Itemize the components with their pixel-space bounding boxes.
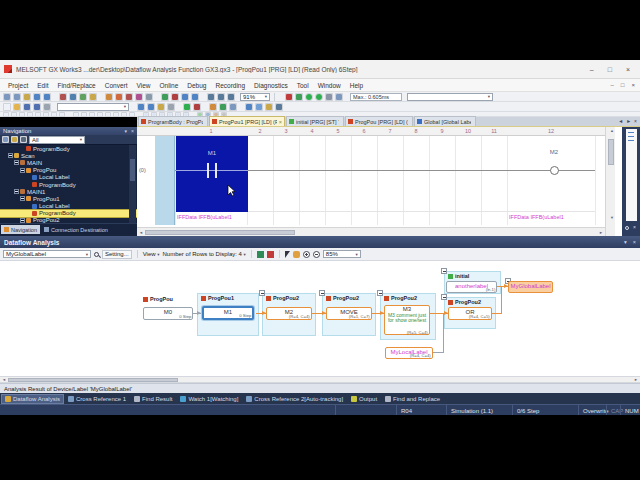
- view-menu-button[interactable]: View ▾: [143, 251, 160, 257]
- pan-mode-icon[interactable]: [293, 251, 300, 258]
- panel-menu-icon[interactable]: ▾: [624, 239, 627, 245]
- mdi-close-icon[interactable]: ×: [631, 82, 635, 88]
- filter-icon[interactable]: [11, 136, 18, 143]
- ladder-vscrollbar[interactable]: ▲ ▼: [605, 127, 615, 236]
- tab-progpou1[interactable]: ProgPou1 [PRG] [LD] (Read Onl... ×: [209, 116, 285, 126]
- zoom-out-icon[interactable]: [313, 251, 320, 258]
- copy-icon[interactable]: [13, 93, 21, 101]
- print-icon[interactable]: [43, 103, 51, 111]
- horizontal-line-icon[interactable]: [73, 112, 79, 117]
- falling-pulse-icon[interactable]: [59, 112, 65, 117]
- tree-scrollbar[interactable]: [129, 145, 136, 223]
- zoom-select[interactable]: 91%▾: [240, 93, 270, 101]
- node-m0[interactable]: M00 Step: [143, 307, 193, 320]
- tree-main1[interactable]: MAIN1: [0, 188, 137, 195]
- btab-dataflow-analysis[interactable]: Dataflow Analysis: [2, 395, 63, 403]
- network-config-icon[interactable]: [335, 93, 343, 101]
- simulator-stop-icon[interactable]: [193, 103, 201, 111]
- menu-help[interactable]: Help: [350, 82, 363, 89]
- tree-scan[interactable]: Scan: [0, 152, 137, 159]
- tab-initial[interactable]: initial [PRG] [ST] 7Step: [286, 116, 344, 126]
- st-editor-icon[interactable]: [219, 103, 227, 111]
- contact-device-label[interactable]: M1: [189, 150, 235, 156]
- simulator-start-icon[interactable]: [183, 103, 191, 111]
- menu-view[interactable]: View: [137, 82, 151, 89]
- btab-output[interactable]: Output: [348, 395, 380, 403]
- falling-branch-icon[interactable]: [113, 112, 119, 117]
- tree-programbody[interactable]: ProgramBody: [0, 181, 137, 188]
- menu-find-replace[interactable]: Find/Replace: [57, 82, 95, 89]
- export-icon[interactable]: [257, 251, 264, 258]
- watch-target-select[interactable]: ▾: [407, 93, 493, 101]
- paste-icon[interactable]: [23, 93, 31, 101]
- node-or[interactable]: OR(R=4, C=5): [448, 307, 492, 320]
- closed-branch-icon[interactable]: [27, 112, 33, 117]
- coil-symbol[interactable]: [550, 166, 559, 175]
- tree-main[interactable]: MAIN: [0, 159, 137, 166]
- menu-debug[interactable]: Debug: [187, 82, 206, 89]
- dataflow-hscrollbar[interactable]: ◄ ►: [0, 376, 640, 383]
- mdi-minimize-icon[interactable]: –: [611, 82, 614, 88]
- coil-device-label[interactable]: M2: [533, 149, 575, 155]
- panel-close-icon[interactable]: ×: [131, 128, 134, 134]
- cross-reference-icon[interactable]: [135, 93, 143, 101]
- verify-with-plc-icon[interactable]: [79, 93, 87, 101]
- help-icon[interactable]: [275, 103, 283, 111]
- build-icon[interactable]: [105, 93, 113, 101]
- mdi-restore-icon[interactable]: □: [621, 82, 625, 88]
- analysis-target-select[interactable]: MyGlobalLabel▾: [3, 250, 91, 258]
- collapse-icon[interactable]: [319, 290, 325, 296]
- btab-cross-reference-1[interactable]: Cross Reference 1: [65, 395, 129, 403]
- step-ok-icon[interactable]: [305, 93, 313, 101]
- menu-convert[interactable]: Convert: [105, 82, 128, 89]
- expand-icon[interactable]: [20, 168, 25, 173]
- flag-icon[interactable]: [285, 93, 293, 101]
- panel-close-icon[interactable]: ×: [633, 224, 636, 230]
- device-batch-monitor-icon[interactable]: [191, 93, 199, 101]
- expand-icon[interactable]: [8, 153, 13, 158]
- local-label-icon[interactable]: [255, 103, 263, 111]
- menu-project[interactable]: Project: [8, 82, 28, 89]
- delete-icon[interactable]: [267, 251, 274, 258]
- menu-tool[interactable]: Tool: [297, 82, 309, 89]
- expand-icon[interactable]: [20, 146, 25, 151]
- tab-close-icon[interactable]: ×: [279, 119, 282, 125]
- write-to-plc-icon[interactable]: [59, 93, 67, 101]
- application-instruction-icon[interactable]: [43, 112, 49, 117]
- invert-operation-icon[interactable]: [121, 112, 127, 117]
- rising-branch-icon[interactable]: [105, 112, 111, 117]
- scope-select[interactable]: All▾: [29, 136, 85, 144]
- btab-find-result[interactable]: Find Result: [131, 395, 175, 403]
- cut-icon[interactable]: [3, 93, 11, 101]
- setting-button[interactable]: Setting...: [102, 250, 132, 259]
- expand-icon[interactable]: [14, 189, 19, 194]
- undo-icon[interactable]: [33, 93, 41, 101]
- docked-side-panel[interactable]: ×: [622, 127, 640, 236]
- contact-symbol[interactable]: [215, 163, 217, 178]
- panel-close-icon[interactable]: ×: [633, 239, 636, 245]
- module-configuration-icon[interactable]: [167, 103, 175, 111]
- expand-icon[interactable]: [26, 211, 31, 216]
- expand-icon[interactable]: [26, 182, 31, 187]
- tab-progpou[interactable]: ProgPou [PRG] [LD] (Read Only...: [345, 116, 413, 126]
- menu-window[interactable]: Window: [318, 82, 341, 89]
- dataflow-canvas[interactable]: ProgPou ProgPou1 ProgPou2 ProgPou2 ProgP…: [0, 261, 640, 376]
- zoom-fit-icon[interactable]: [227, 93, 235, 101]
- fbd-editor-icon[interactable]: [229, 103, 237, 111]
- label-editor-icon[interactable]: [137, 103, 145, 111]
- node-mygloballabel[interactable]: MyGlobalLabel: [508, 281, 553, 293]
- menu-recording[interactable]: Recording: [215, 82, 245, 89]
- collapse-icon[interactable]: [377, 290, 383, 296]
- redo-icon[interactable]: [43, 93, 51, 101]
- sort-icon[interactable]: [2, 136, 9, 143]
- menu-online[interactable]: Online: [160, 82, 179, 89]
- pou-list-icon[interactable]: [265, 103, 273, 111]
- step-ok2-icon[interactable]: [315, 93, 323, 101]
- search-icon[interactable]: [94, 252, 99, 257]
- tab-programbody-progpou2[interactable]: ProgramBody : ProgPou2 [PRG...: [138, 116, 208, 126]
- delete-horizontal-line-icon[interactable]: [89, 112, 95, 117]
- node-m1[interactable]: M10 Step: [202, 306, 254, 320]
- btab-watch-1[interactable]: Watch 1[Watching]: [177, 395, 241, 403]
- pin-icon[interactable]: [625, 226, 629, 230]
- zoom-in-icon[interactable]: [207, 93, 215, 101]
